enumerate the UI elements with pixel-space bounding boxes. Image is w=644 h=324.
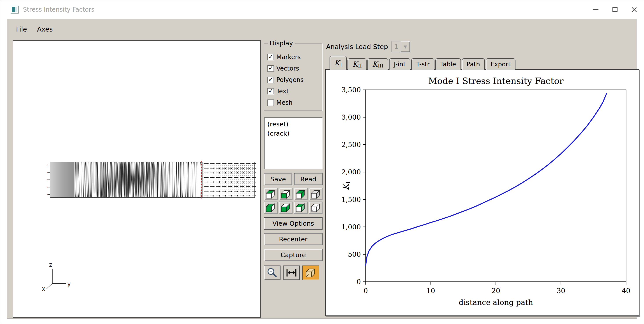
window-title: Stress Intensity Factors: [23, 6, 94, 13]
checkbox-vectors[interactable]: Vectors: [267, 63, 320, 74]
svg-text:500: 500: [348, 250, 361, 258]
zoom-select-icon: [266, 267, 278, 278]
minimize-icon: [593, 9, 598, 10]
svg-text:40: 40: [622, 287, 630, 295]
menubar: File Axes: [7, 19, 637, 39]
capture-button[interactable]: Capture: [264, 249, 322, 261]
titlebar: Stress Intensity Factors: [0, 0, 644, 19]
svg-text:1,000: 1,000: [342, 223, 361, 231]
display-group-title: Display: [268, 40, 295, 47]
minimize-button[interactable]: [586, 0, 605, 19]
svg-text:2,500: 2,500: [342, 141, 361, 149]
view-cube-6-button[interactable]: [279, 202, 293, 214]
cube-top-right-green-icon: [295, 203, 306, 213]
checkbox-box[interactable]: [267, 65, 274, 72]
app-window-icon: [11, 6, 18, 14]
display-groupbox: Display Markers Vectors Polygons: [264, 43, 322, 111]
checkbox-mesh[interactable]: Mesh: [267, 97, 320, 108]
mini-toolbar: [264, 265, 322, 280]
view-cube-8-button[interactable]: [309, 202, 323, 214]
save-button[interactable]: Save: [264, 173, 292, 185]
list-item[interactable]: (crack): [265, 129, 321, 138]
checkbox-label: Vectors: [276, 65, 299, 72]
checkbox-box[interactable]: [267, 54, 274, 60]
tab-label: K: [352, 60, 358, 68]
tab-path[interactable]: Path: [462, 58, 485, 70]
results-panel: Analysis Load Step 1 ▼ KI KII KIII J-int…: [325, 40, 631, 313]
zoom-select-button[interactable]: [264, 265, 280, 280]
checkbox-text[interactable]: Text: [267, 85, 320, 97]
tab-strip: KI KII KIII J-int T-str Table Path Expor…: [325, 55, 631, 70]
meshed-model-view: zyx: [13, 41, 260, 317]
view-cube-4-button[interactable]: [309, 188, 323, 200]
tab-table[interactable]: Table: [435, 58, 461, 70]
close-button[interactable]: [624, 0, 644, 19]
cube-right-green-icon: [295, 189, 306, 199]
content-area: zyx Display Markers Vectors: [13, 40, 631, 313]
close-icon: [631, 6, 638, 13]
view-cube-2-button[interactable]: [279, 188, 293, 200]
save-read-row: Save Read: [264, 173, 322, 185]
tab-label: Table: [440, 61, 456, 68]
tab-sublabel: II: [358, 63, 362, 69]
chevron-down-icon[interactable]: ▼: [401, 41, 410, 52]
tab-sublabel: III: [378, 63, 384, 69]
maximize-button[interactable]: [605, 0, 624, 19]
svg-text:20: 20: [492, 287, 500, 295]
app-icon-glyph: [12, 7, 17, 12]
tab-label: Path: [467, 61, 480, 68]
svg-text:z: z: [49, 261, 52, 268]
load-step-value: 1: [392, 41, 401, 52]
maximize-icon: [612, 7, 618, 12]
tab-tstr[interactable]: T-str: [411, 58, 434, 70]
tab-sublabel: I: [340, 62, 342, 67]
svg-text:30: 30: [557, 287, 565, 295]
checkbox-polygons[interactable]: Polygons: [267, 74, 320, 85]
checkbox-box[interactable]: [267, 100, 274, 106]
load-step-label: Analysis Load Step: [326, 43, 388, 51]
tool-column: Display Markers Vectors Polygons: [264, 40, 322, 313]
view-options-button[interactable]: View Options: [264, 217, 322, 230]
tab-jint[interactable]: J-int: [389, 58, 410, 70]
wireframe-view-button[interactable]: [302, 265, 319, 280]
read-button[interactable]: Read: [294, 173, 322, 185]
tab-ki[interactable]: KI: [330, 56, 347, 70]
recenter-button[interactable]: Recenter: [264, 233, 322, 245]
checkbox-box[interactable]: [267, 77, 274, 83]
menu-axes[interactable]: Axes: [34, 24, 56, 34]
tab-kiii[interactable]: KIII: [368, 58, 388, 70]
view-cube-3-button[interactable]: [294, 188, 308, 200]
view-orientation-grid: [264, 188, 322, 214]
view-cube-7-button[interactable]: [294, 202, 308, 214]
tab-kii[interactable]: KII: [348, 58, 366, 70]
tab-label: K: [334, 59, 340, 67]
cube-top-green-icon: [265, 189, 276, 199]
fit-width-button[interactable]: [283, 265, 300, 280]
saved-views-listbox[interactable]: (reset) (crack): [264, 117, 322, 169]
cube-wireframe-icon: [310, 203, 322, 213]
chart-pane: Mode I Stress Intensity Factor KI distan…: [325, 69, 640, 316]
view-cube-1-button[interactable]: [264, 188, 278, 200]
checkbox-box[interactable]: [267, 88, 274, 94]
menu-file[interactable]: File: [12, 24, 30, 34]
checkbox-label: Mesh: [276, 99, 292, 106]
app-window: Stress Intensity Factors File Axes zyx D…: [0, 0, 644, 324]
load-step-dropdown[interactable]: 1 ▼: [392, 41, 410, 52]
tab-label: K: [372, 60, 378, 68]
svg-text:0: 0: [356, 278, 361, 286]
ki-line-chart: 05001,0001,5002,0002,5003,0003,500010203…: [326, 70, 639, 315]
fit-width-icon: [286, 267, 297, 278]
list-item[interactable]: (reset): [265, 120, 321, 129]
tab-label: J-int: [394, 61, 406, 68]
tab-export[interactable]: Export: [486, 58, 516, 70]
checkbox-label: Polygons: [276, 76, 304, 84]
checkbox-markers[interactable]: Markers: [267, 51, 320, 63]
cube-iso-icon: [310, 189, 322, 199]
svg-text:3,000: 3,000: [342, 113, 361, 121]
cube-front-green-icon: [280, 189, 292, 199]
cube-top-front-green-icon: [265, 203, 276, 213]
svg-text:10: 10: [426, 287, 435, 295]
model-viewport[interactable]: zyx: [13, 40, 261, 318]
view-cube-5-button[interactable]: [264, 202, 278, 214]
wireframe-view-icon: [305, 267, 317, 278]
